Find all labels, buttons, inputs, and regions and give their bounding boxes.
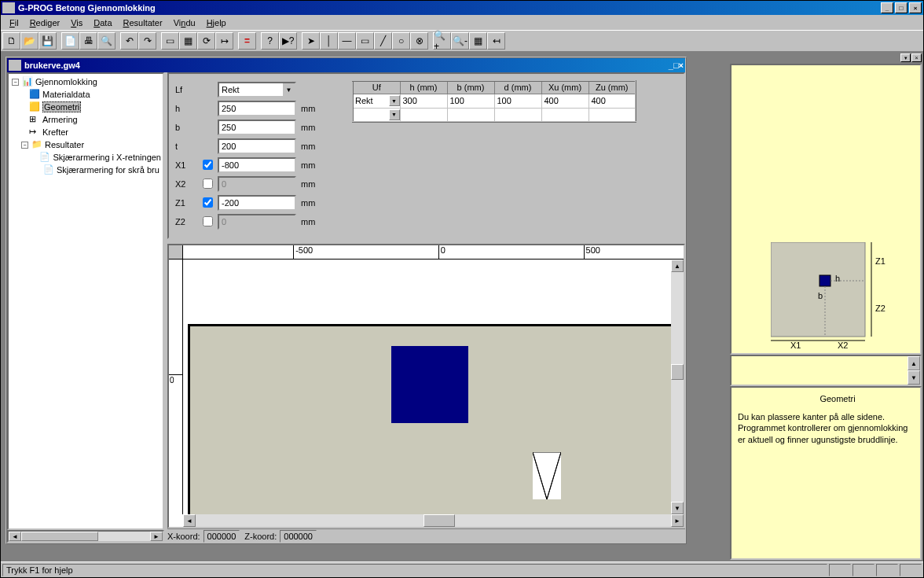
rect-button[interactable]: ▭	[356, 32, 374, 50]
dock-close-button[interactable]: ×	[911, 53, 922, 62]
cell-b[interactable]: 100	[447, 94, 494, 108]
scroll-up-icon[interactable]: ▲	[908, 356, 920, 370]
tool-b-button[interactable]: ▦	[179, 32, 197, 50]
viewport-vscroll[interactable]: ▲ ▼	[671, 260, 684, 514]
snap-button[interactable]: ↤	[487, 32, 505, 50]
preview-button[interactable]: 📄	[61, 32, 79, 50]
cell-uf[interactable]: Rekt▼	[353, 94, 400, 108]
table-row[interactable]: Rekt▼ 300 100 100 400 400	[353, 94, 636, 108]
chevron-down-icon[interactable]: ▼	[389, 109, 400, 120]
tree-resultater[interactable]: −📁 Resultater	[10, 138, 161, 151]
hole-shape[interactable]	[533, 452, 561, 499]
chevron-down-icon[interactable]: ▼	[282, 83, 295, 96]
svg-rect-4	[820, 275, 830, 286]
chevron-down-icon[interactable]: ▼	[389, 95, 400, 106]
dock-minimize-button[interactable]: ▾	[900, 53, 911, 62]
diag-button[interactable]: ╱	[374, 32, 392, 50]
scroll-left-icon[interactable]: ◄	[9, 532, 21, 541]
find-button[interactable]: 🔍	[97, 32, 116, 50]
maximize-button[interactable]: □	[895, 2, 908, 13]
context-help-button[interactable]: ▶?	[279, 32, 297, 50]
vline-button[interactable]: │	[320, 32, 338, 50]
save-button[interactable]: 💾	[38, 32, 57, 50]
table-row[interactable]: ▼	[353, 108, 636, 122]
minimize-button[interactable]: _	[881, 2, 893, 13]
new-button[interactable]: 🗋	[2, 32, 20, 50]
x2-checkbox[interactable]	[203, 179, 213, 189]
z1-input[interactable]	[218, 195, 296, 211]
scroll-down-icon[interactable]: ▼	[671, 502, 684, 514]
t-label: t	[175, 142, 197, 151]
menu-vis[interactable]: Vis	[65, 17, 88, 29]
document-titlebar: brukerve.gw4 _ □ ×	[7, 58, 685, 72]
table-area: Uf h (mm) b (mm) d (mm) Xu (mm) Zu (mm)	[344, 80, 677, 231]
form-area: Lf Rekt ▼ h mm	[167, 72, 685, 239]
tool-a-button[interactable]: ▭	[161, 32, 179, 50]
print-button[interactable]: 🖶	[79, 32, 97, 50]
zoomin-button[interactable]: 🔍+	[433, 32, 451, 50]
menu-fil[interactable]: Fil	[4, 17, 24, 29]
scroll-left-icon[interactable]: ◄	[183, 514, 196, 527]
cell-d[interactable]: 100	[494, 94, 541, 108]
b-input[interactable]	[218, 120, 296, 135]
cell-h[interactable]: 300	[400, 94, 447, 108]
menu-data[interactable]: Data	[88, 17, 117, 29]
z1-checkbox[interactable]	[203, 197, 213, 208]
open-button[interactable]: 📂	[20, 32, 38, 50]
tree-result-1[interactable]: 📄 Skjærarmering i X-retningen	[10, 151, 161, 164]
tree-geometri[interactable]: 🟨 Geometri	[10, 101, 161, 113]
doc-maximize-button[interactable]: □	[673, 61, 679, 70]
col-uf[interactable]: Uf	[353, 81, 400, 94]
undo-button[interactable]: ↶	[120, 32, 138, 50]
col-h[interactable]: h (mm)	[400, 81, 447, 94]
xcircle-button[interactable]: ⊗	[410, 32, 428, 50]
viewport-hscroll[interactable]: ◄ ►	[183, 514, 684, 527]
tree-armering[interactable]: ⊞ Armering	[10, 113, 161, 126]
lf-select[interactable]: Rekt ▼	[218, 82, 296, 98]
zoomout-button[interactable]: 🔍-	[451, 32, 469, 50]
tree-result-2[interactable]: 📄 Skjærarmering for skrå bru	[10, 164, 161, 176]
column-shape[interactable]	[391, 346, 468, 423]
menu-rediger[interactable]: Rediger	[24, 17, 66, 29]
menu-vindu[interactable]: Vindu	[168, 17, 201, 29]
tree-materialdata[interactable]: 🟦 Materialdata	[10, 88, 161, 101]
b-label: b	[175, 123, 197, 132]
z2-checkbox[interactable]	[203, 216, 213, 226]
menu-hjelp[interactable]: Hjelp	[201, 17, 232, 29]
scroll-up-icon[interactable]: ▲	[671, 260, 684, 272]
x1-checkbox[interactable]	[203, 160, 213, 170]
circle-button[interactable]: ○	[392, 32, 410, 50]
redo-button[interactable]: ↷	[138, 32, 156, 50]
tree-krefter[interactable]: ↦ Krefter	[10, 126, 161, 138]
scroll-right-icon[interactable]: ►	[671, 514, 684, 527]
help-button[interactable]: ?	[261, 32, 279, 50]
grid-button[interactable]: ▦	[469, 32, 487, 50]
hline-button[interactable]: —	[338, 32, 356, 50]
t-input[interactable]	[218, 138, 296, 154]
pointer-button[interactable]: ➤	[302, 32, 320, 50]
uf-table: Uf h (mm) b (mm) d (mm) Xu (mm) Zu (mm)	[352, 80, 636, 123]
tool-d-button[interactable]: ↦	[215, 32, 233, 50]
calc-button[interactable]: =	[238, 32, 256, 50]
tree-hscroll[interactable]: ◄ ►	[7, 530, 164, 543]
x1-input[interactable]	[218, 157, 296, 173]
h-input[interactable]	[218, 101, 296, 116]
scroll-right-icon[interactable]: ►	[150, 532, 163, 541]
ruler-vertical: 0	[169, 260, 183, 514]
doc-close-button[interactable]: ×	[679, 61, 684, 70]
tree-panel: −📊 Gjennomlokking 🟦 Materialdata 🟨 Geome…	[7, 72, 164, 530]
cell-xu[interactable]: 400	[541, 94, 588, 108]
cell-zu[interactable]: 400	[588, 94, 636, 108]
cell-uf-empty[interactable]: ▼	[353, 108, 400, 122]
side-dock: ▾ × X1 X2 Z1 Z2 b h ▲	[730, 53, 922, 560]
tree-root[interactable]: −📊 Gjennomlokking	[10, 75, 161, 88]
tool-c-button[interactable]: ⟳	[197, 32, 215, 50]
scroll-down-icon[interactable]: ▼	[908, 370, 920, 385]
col-xu[interactable]: Xu (mm)	[541, 81, 588, 94]
drawing-canvas[interactable]	[183, 260, 671, 514]
col-d[interactable]: d (mm)	[494, 81, 541, 94]
menu-resultater[interactable]: Resultater	[118, 17, 168, 29]
col-zu[interactable]: Zu (mm)	[588, 81, 636, 94]
close-button[interactable]: ×	[909, 2, 922, 13]
col-b[interactable]: b (mm)	[447, 81, 494, 94]
